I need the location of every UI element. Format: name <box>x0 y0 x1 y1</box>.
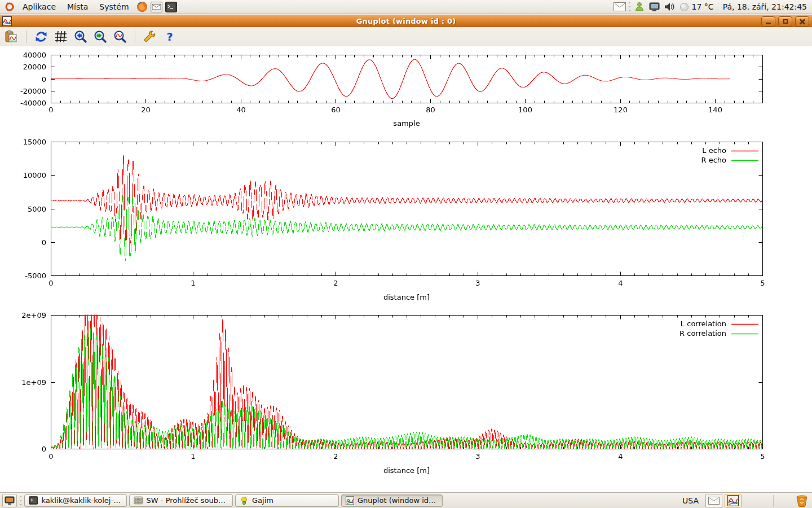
tray-handle[interactable] <box>629 1 632 12</box>
task-label: Gnuplot (window id : 0) <box>358 496 438 505</box>
mail-icon[interactable] <box>705 494 722 507</box>
toolbar-separator <box>135 30 135 43</box>
trash-icon[interactable] <box>795 494 809 507</box>
task-label: Gajim <box>252 496 273 505</box>
plots-canvas[interactable] <box>0 46 812 492</box>
clock[interactable]: Pá, 18. září, 21:42:45 <box>723 2 807 11</box>
taskbar-separator <box>773 495 774 506</box>
firefox-icon[interactable] <box>136 1 148 13</box>
mail-launcher-icon[interactable] <box>151 1 163 13</box>
volume-icon[interactable] <box>664 2 675 11</box>
show-desktop-icon[interactable] <box>2 494 17 507</box>
weather-icon[interactable] <box>679 2 689 12</box>
settings-icon[interactable] <box>142 29 158 45</box>
gnuplot-toolbar: ? <box>0 27 812 46</box>
taskbar-handle[interactable] <box>19 495 22 506</box>
task-label: SW - Prohlížeč souborů <box>147 496 228 505</box>
top-panel: Aplikace Místa Systém <box>0 0 812 14</box>
display-icon[interactable] <box>649 2 660 12</box>
task-label: kaklik@kaklik-kolej-u... <box>41 496 122 505</box>
grid-icon[interactable] <box>53 29 69 45</box>
task-terminal[interactable]: kaklik@kaklik-kolej-u... <box>24 494 127 507</box>
desktop: { "panel": { "menus": ["Aplikace", "Míst… <box>0 0 812 508</box>
task-file-manager[interactable]: SW - Prohlížeč souborů <box>129 494 233 507</box>
window-title: Gnuplot (window id : 0) <box>0 17 812 25</box>
user-switch-icon[interactable] <box>634 2 645 12</box>
menu-system[interactable]: Systém <box>94 1 134 12</box>
menu-applications[interactable]: Aplikace <box>17 1 61 12</box>
close-button[interactable] <box>795 16 809 27</box>
maximize-button[interactable] <box>778 16 792 27</box>
temperature-label[interactable]: 17 °C <box>692 2 714 11</box>
zoom-next-icon[interactable] <box>92 29 108 45</box>
refresh-icon[interactable] <box>33 29 49 45</box>
ubuntu-logo-icon[interactable] <box>3 1 16 13</box>
plot-area <box>0 46 812 492</box>
zoom-all-icon[interactable] <box>112 29 128 45</box>
gnuplot-titlebar[interactable]: Gnuplot (window id : 0) <box>0 15 812 27</box>
task-gnuplot[interactable]: Gnuplot (window id : 0) <box>341 494 443 507</box>
copy-plot-icon[interactable] <box>3 29 19 45</box>
bottom-taskbar: kaklik@kaklik-kolej-u... SW - Prohlížeč … <box>0 492 812 508</box>
help-icon[interactable]: ? <box>162 29 178 45</box>
menu-places[interactable]: Místa <box>62 1 93 12</box>
minimize-button[interactable] <box>761 16 775 27</box>
terminal-launcher-icon[interactable] <box>165 1 178 13</box>
zoom-previous-icon[interactable] <box>73 29 89 45</box>
toolbar-separator <box>26 30 27 43</box>
mail-notifier-icon[interactable] <box>614 2 626 11</box>
task-gajim[interactable]: Gajim <box>235 494 339 507</box>
gnuplot-tray-icon[interactable] <box>725 494 742 507</box>
keyboard-layout-indicator[interactable]: USA <box>682 496 699 505</box>
